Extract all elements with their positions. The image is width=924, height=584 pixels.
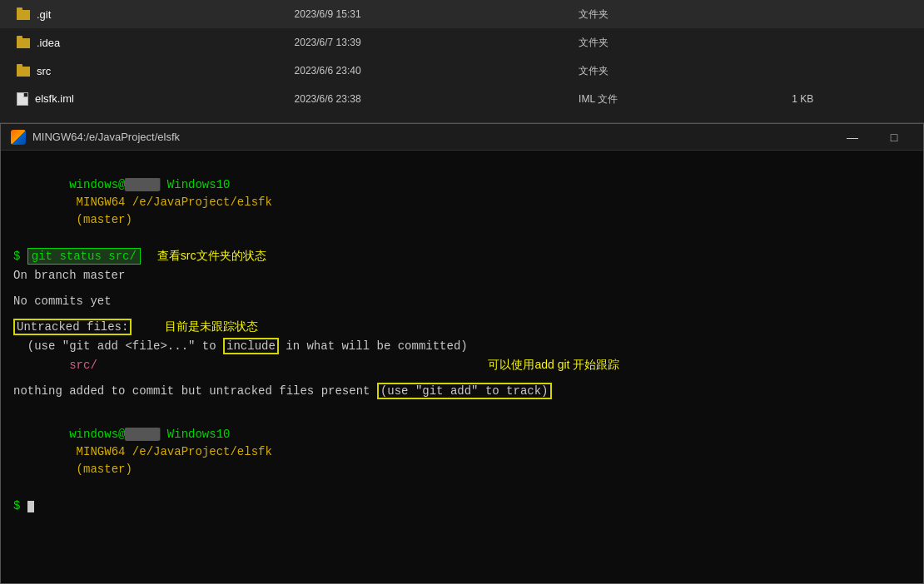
prompt-line-1: windows@█████ Windows10 MINGW64 /e/JavaP… [13, 159, 911, 246]
file-size [782, 57, 924, 85]
file-row: src 2023/6/6 23:40 文件夹 [0, 57, 924, 85]
mingw-logo [11, 130, 26, 145]
git-add-hint-text: (use "git add <file>..." to include in w… [13, 338, 468, 354]
untracked-label-box: Untracked files: [13, 319, 132, 335]
src-line: src/ 可以使用add git 开始跟踪 [13, 357, 911, 374]
file-row: .git 2023/6/9 15:31 文件夹 [0, 0, 924, 28]
title-left: MINGW64:/e/JavaProject/elsfk [11, 130, 180, 145]
src-dir-text: src/ [69, 359, 97, 372]
file-type: 文件夹 [569, 0, 782, 28]
untracked-line: Untracked files: 目前是未跟踪状态 [13, 319, 911, 336]
terminal-title: MINGW64:/e/JavaProject/elsfk [32, 131, 180, 143]
terminal-titlebar: MINGW64:/e/JavaProject/elsfk — □ [1, 124, 923, 151]
folder-icon [17, 10, 30, 20]
use-git-add-box: (use "git add" to track) [377, 383, 552, 399]
file-row: elsfk.iml 2023/6/6 23:38 IML 文件 1 KB [0, 85, 924, 113]
file-row: .idea 2023/6/7 13:39 文件夹 [0, 28, 924, 57]
file-icon [17, 92, 28, 106]
command-highlight: git status src/ [27, 248, 141, 265]
prompt-machine: Windows10 [160, 178, 230, 191]
minimize-button[interactable]: — [833, 124, 872, 151]
file-size: 1 KB [782, 85, 924, 113]
prompt-machine-2: Windows10 [160, 428, 230, 441]
dollar-sign: $ [13, 250, 27, 263]
nothing-added-line: nothing added to commit but untracked fi… [13, 383, 911, 400]
include-highlight: include [223, 338, 279, 354]
prompt-user-2: windows@ [69, 428, 125, 441]
blank-line-2 [13, 312, 911, 319]
final-dollar: $ [13, 499, 27, 512]
command-line: $ git status src/ 查看src文件夹的状态 [13, 248, 911, 265]
output-line-1: On branch master [13, 267, 911, 285]
file-type: 文件夹 [569, 28, 782, 57]
terminal-body: windows@█████ Windows10 MINGW64 /e/JavaP… [1, 151, 923, 583]
blank-line-1 [13, 286, 911, 293]
maximize-button[interactable]: □ [875, 124, 913, 151]
file-name: .idea [0, 28, 285, 57]
prompt-line-2: windows@█████ Windows10 MINGW64 /e/JavaP… [13, 408, 911, 496]
file-name: elsfk.iml [0, 85, 285, 113]
machine-name-blur: █████ [125, 178, 160, 191]
blank-line-3 [13, 376, 911, 383]
file-size [782, 0, 924, 28]
prompt-branch: (master) [69, 213, 132, 226]
cursor [27, 501, 34, 512]
file-list: .git 2023/6/9 15:31 文件夹 .idea 2023/6/7 1… [0, 0, 924, 113]
file-date: 2023/6/7 13:39 [285, 28, 569, 57]
machine-name-blur-2: █████ [125, 428, 160, 441]
output-line-3: No commits yet [13, 293, 911, 310]
folder-icon [17, 67, 30, 77]
git-add-hint: (use "git add <file>..." to include in w… [13, 338, 911, 355]
prompt-user: windows@ [69, 178, 125, 191]
prompt-path: MINGW64 /e/JavaProject/elsfk [69, 195, 272, 209]
file-type: 文件夹 [569, 57, 782, 85]
file-explorer: .git 2023/6/9 15:31 文件夹 .idea 2023/6/7 1… [0, 0, 924, 123]
prompt-branch-2: (master) [69, 463, 132, 476]
terminal-window: MINGW64:/e/JavaProject/elsfk — □ windows… [0, 123, 924, 584]
file-name: .git [0, 0, 285, 28]
file-type: IML 文件 [569, 85, 782, 113]
prompt-path-2: MINGW64 /e/JavaProject/elsfk [69, 445, 272, 458]
terminal-controls[interactable]: — □ [833, 124, 913, 151]
untracked-annotation: 目前是未跟踪状态 [165, 319, 258, 334]
final-prompt: $ [13, 497, 911, 515]
file-size [782, 28, 924, 57]
no-commits-text: No commits yet [13, 294, 112, 308]
command-annotation: 查看src文件夹的状态 [157, 249, 266, 264]
file-date: 2023/6/6 23:40 [285, 57, 569, 85]
branch-text: On branch master [13, 269, 125, 282]
blank-line-4 [13, 402, 911, 408]
file-date: 2023/6/6 23:38 [285, 85, 569, 113]
folder-icon [17, 38, 30, 48]
track-annotation: 可以使用add git 开始跟踪 [488, 358, 619, 371]
file-date: 2023/6/9 15:31 [285, 0, 569, 28]
file-name: src [0, 57, 285, 85]
